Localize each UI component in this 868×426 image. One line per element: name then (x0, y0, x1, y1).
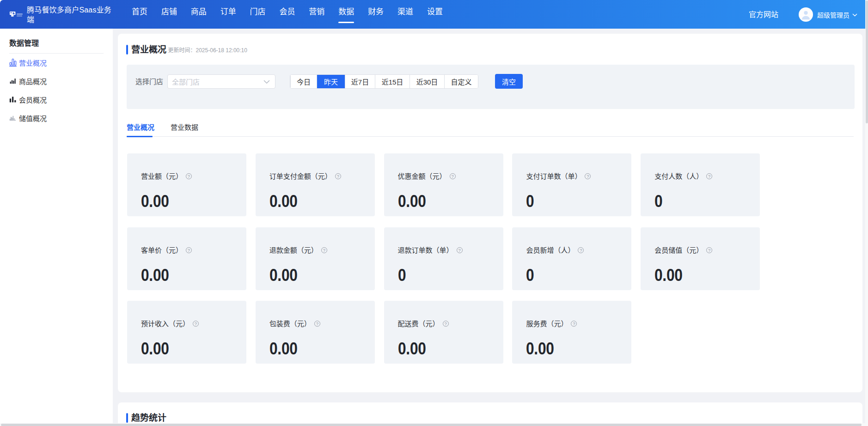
chevron-down-icon[interactable] (852, 13, 857, 17)
nav-item[interactable]: 财务 (368, 7, 384, 17)
stat-value: 0.00 (269, 340, 298, 358)
store-select-label: 选择门店 (135, 77, 163, 86)
stat-value: 0.00 (398, 193, 426, 210)
nav-active-underline (338, 22, 354, 23)
nav-item[interactable]: 数据 (338, 7, 354, 17)
sidebar-item-label: 储值概况 (19, 113, 47, 123)
stat-card: 预计收入（元） ? 0.00 (127, 301, 246, 364)
tabs-divider (127, 136, 854, 137)
stat-value: 0.00 (398, 340, 426, 358)
question-circle-icon[interactable]: ? (335, 173, 341, 179)
updated-time-label: 更新时间： (168, 47, 196, 54)
vertical-scrollbar-thumb[interactable] (866, 0, 868, 123)
stat-value: 0.00 (141, 193, 169, 210)
tab-business-data[interactable]: 营业数据 (171, 122, 198, 133)
stat-card: 营业额（元） ? 0.00 (127, 153, 246, 216)
sidebar-item-business-overview[interactable]: 营业概况 (0, 53, 113, 72)
stat-label: 营业额（元） ? (141, 172, 192, 180)
stat-value: 0 (526, 267, 534, 284)
nav-item[interactable]: 渠道 (397, 7, 413, 17)
stat-label: 客单价（元） ? (141, 246, 192, 254)
stat-value: 0.00 (526, 340, 554, 358)
question-circle-icon[interactable]: ? (450, 173, 456, 179)
stat-card: 服务费（元） ? 0.00 (512, 301, 631, 364)
stat-label: 退款订单数（单） ? (398, 246, 463, 254)
date-range-button[interactable]: 近30日 (410, 75, 444, 88)
nav-item[interactable]: 店铺 (161, 7, 177, 17)
question-circle-icon[interactable]: ? (321, 247, 327, 253)
stats-grid: 营业额（元） ? 0.00 订单支付金额（元） ? 0.00 优惠金额（元） ? (127, 153, 760, 364)
bar-chart-outline-icon (9, 59, 17, 67)
updated-time: 更新时间：2025-06-18 12:00:10 (168, 47, 247, 54)
signal-bars-icon (9, 77, 17, 85)
nav-item[interactable]: 设置 (427, 7, 443, 17)
date-range-button[interactable]: 今日 (290, 75, 317, 88)
section-title: 趋势统计 (131, 412, 166, 424)
avatar[interactable] (799, 7, 813, 22)
app: 腾马餐饮多商户Saas业务端 首页 店铺 商品 订单 门店 (0, 0, 868, 426)
nav-item[interactable]: 商品 (191, 7, 207, 17)
stat-value: 0 (654, 193, 662, 210)
stat-card: 退款金额（元） ? 0.00 (256, 227, 375, 290)
username-label[interactable]: 超级管理员 (817, 11, 850, 19)
stat-label: 订单支付金额（元） ? (269, 172, 341, 180)
sidebar-menu: 营业概况 商品概况 会员概况 (0, 53, 113, 127)
stat-label: 预计收入（元） ? (141, 320, 199, 328)
nav-item[interactable]: 首页 (132, 7, 147, 17)
user-icon (799, 7, 813, 22)
stat-card: 支付人数（人） ? 0 (641, 153, 760, 216)
question-circle-icon[interactable]: ? (585, 173, 591, 179)
section-title: 营业概况 (131, 44, 166, 56)
stat-value: 0.00 (269, 193, 298, 210)
official-site-link[interactable]: 官方网站 (749, 10, 778, 19)
business-overview-card: 营业概况 更新时间：2025-06-18 12:00:10 选择门店 全部门店 … (118, 34, 862, 392)
stat-value: 0.00 (141, 267, 169, 284)
stat-value: 0.00 (269, 267, 298, 284)
stat-card: 支付订单数（单） ? 0 (512, 153, 631, 216)
question-circle-icon[interactable]: ? (706, 173, 712, 179)
sidebar-item-stored-value-overview[interactable]: 储值概况 (0, 109, 113, 127)
store-select[interactable]: 全部门店 (167, 74, 275, 89)
date-range-button[interactable]: 自定义 (444, 75, 478, 88)
question-circle-icon[interactable]: ? (186, 247, 192, 253)
stat-card: 包装费（元） ? 0.00 (256, 301, 375, 364)
nav-item[interactable]: 会员 (279, 7, 295, 17)
horizontal-scrollbar-thumb[interactable] (1, 424, 862, 426)
question-circle-icon[interactable]: ? (314, 321, 320, 327)
brand-logo-text-line1 (17, 13, 23, 15)
date-range-button[interactable]: 近15日 (375, 75, 410, 88)
sidebar-item-product-overview[interactable]: 商品概况 (0, 72, 113, 90)
histogram-icon (9, 114, 17, 122)
question-circle-icon[interactable]: ? (571, 321, 577, 327)
stat-label: 支付订单数（单） ? (526, 172, 591, 180)
question-circle-icon[interactable]: ? (443, 321, 449, 327)
nav-item[interactable]: 门店 (250, 7, 266, 17)
tab-business-overview[interactable]: 营业概况 (127, 122, 154, 133)
nav-item[interactable]: 营销 (309, 7, 324, 17)
stat-label: 包装费（元） ? (269, 320, 320, 328)
updated-time-value: 2025-06-18 12:00:10 (196, 47, 247, 54)
question-circle-icon[interactable]: ? (706, 247, 712, 253)
question-circle-icon[interactable]: ? (578, 247, 584, 253)
stat-card: 会员新增（人） ? 0 (512, 227, 631, 290)
stat-card: 配送费（元） ? 0.00 (384, 301, 503, 364)
sidebar-item-label: 会员概况 (19, 95, 47, 104)
clear-button[interactable]: 清空 (495, 74, 523, 89)
stat-label: 配送费（元） ? (398, 320, 449, 328)
stat-card: 退款订单数（单） ? 0 (384, 227, 503, 290)
question-circle-icon[interactable]: ? (193, 321, 199, 327)
stat-label: 会员储值（元） ? (654, 246, 712, 254)
question-circle-icon[interactable]: ? (457, 247, 463, 253)
question-circle-icon[interactable]: ? (186, 173, 192, 179)
sidebar-item-member-overview[interactable]: 会员概况 (0, 90, 113, 109)
brand-title: 腾马餐饮多商户Saas业务端 (27, 5, 115, 25)
stat-label: 服务费（元） ? (526, 320, 577, 328)
stat-value: 0.00 (654, 267, 683, 284)
date-range-button[interactable]: 昨天 (317, 75, 345, 88)
sidebar: 数据管理 营业概况 商品概况 (0, 29, 113, 423)
stat-label: 会员新增（人） ? (526, 246, 584, 254)
nav-item[interactable]: 订单 (220, 7, 236, 17)
date-range-button[interactable]: 近7日 (345, 75, 375, 88)
sidebar-item-label: 商品概况 (19, 76, 47, 86)
section-title-accent-bar (126, 413, 128, 423)
